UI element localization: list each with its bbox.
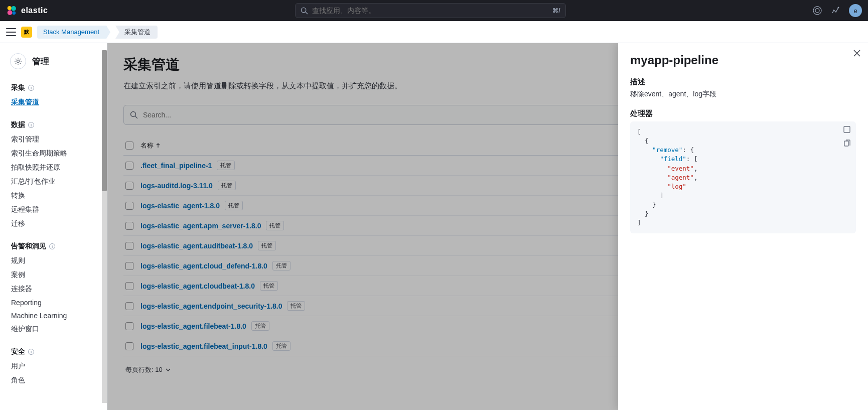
breadcrumb-bar: 默 Stack Management 采集管道: [0, 21, 868, 43]
flyout-title: myapp-pipeline: [630, 53, 856, 67]
logo[interactable]: elastic: [6, 5, 48, 16]
svg-point-4: [301, 8, 306, 12]
nav-item-snapshot-restore[interactable]: 拍取快照并还原: [0, 161, 107, 175]
breadcrumb-ingest-pipelines: 采集管道: [115, 26, 158, 39]
search-icon: [301, 7, 308, 15]
svg-point-7: [815, 9, 819, 13]
nav-group-ingest: 采集i: [0, 80, 107, 95]
flyout-desc-text: 移除event、agent、log字段: [630, 90, 856, 99]
nav-group-alerts: 告警和洞见i: [0, 239, 107, 254]
close-icon[interactable]: [853, 49, 862, 58]
flyout-desc-heading: 描述: [630, 77, 856, 87]
nav-item-index-management[interactable]: 索引管理: [0, 132, 107, 147]
svg-point-3: [12, 11, 16, 15]
nav-item-ilm[interactable]: 索引生命周期策略: [0, 147, 107, 161]
nav-item-migration[interactable]: 迁移: [0, 217, 107, 231]
user-avatar[interactable]: e: [849, 4, 862, 17]
nav-item-connectors[interactable]: 连接器: [0, 282, 107, 296]
nav-item-ml[interactable]: Machine Learning: [0, 309, 107, 322]
svg-point-9: [17, 60, 20, 63]
nav-toggle-icon[interactable]: [6, 28, 16, 36]
flyout-proc-heading: 处理器: [630, 109, 856, 118]
nav-item-cases[interactable]: 案例: [0, 268, 107, 282]
svg-point-2: [8, 10, 13, 15]
nav-item-transforms[interactable]: 转换: [0, 189, 107, 203]
svg-line-5: [306, 12, 308, 14]
svg-rect-14: [844, 126, 850, 132]
nav-item-ingest-pipelines[interactable]: 采集管道: [0, 95, 107, 109]
global-header: elastic ⌘/ e: [0, 0, 868, 21]
svg-rect-15: [844, 141, 848, 146]
help-icon[interactable]: [813, 6, 822, 15]
brand-text: elastic: [21, 6, 48, 15]
nav-item-reporting[interactable]: Reporting: [0, 296, 107, 309]
svg-point-8: [838, 7, 839, 9]
svg-point-1: [11, 6, 16, 11]
newsfeed-icon[interactable]: [831, 6, 840, 15]
pipeline-detail-flyout: myapp-pipeline 描述 移除event、agent、log字段 处理…: [618, 43, 868, 410]
svg-point-6: [813, 7, 821, 15]
elastic-logo-icon: [6, 5, 17, 16]
deployment-badge[interactable]: 默: [21, 27, 32, 38]
nav-item-rollup[interactable]: 汇总/打包作业: [0, 175, 107, 189]
breadcrumb-stack-management[interactable]: Stack Management: [37, 26, 106, 39]
sidebar-scrollbar-thumb[interactable]: [102, 50, 107, 191]
nav-item-rules[interactable]: 规则: [0, 254, 107, 268]
copy-icon[interactable]: [843, 140, 852, 149]
global-search-input[interactable]: [312, 7, 553, 15]
keyboard-shortcut-hint: ⌘/: [552, 7, 560, 14]
nav-item-users[interactable]: 用户: [0, 359, 107, 373]
sidebar-title: 管理: [32, 56, 49, 67]
nav-group-data: 数据i: [0, 117, 107, 132]
fullscreen-icon[interactable]: [843, 125, 852, 134]
sidebar: 管理 采集i 采集管道 数据i 索引管理 索引生命周期策略 拍取快照并还原 汇总…: [0, 43, 107, 410]
global-search[interactable]: ⌘/: [295, 3, 566, 18]
nav-group-security: 安全i: [0, 344, 107, 359]
nav-item-roles[interactable]: 角色: [0, 373, 107, 387]
nav-item-maintenance[interactable]: 维护窗口: [0, 322, 107, 336]
svg-point-0: [8, 6, 12, 10]
processor-code-block: [ { "remove": { "field": [ "event", "age…: [630, 121, 856, 233]
nav-item-remote-clusters[interactable]: 远程集群: [0, 203, 107, 217]
gear-icon: [10, 53, 26, 69]
